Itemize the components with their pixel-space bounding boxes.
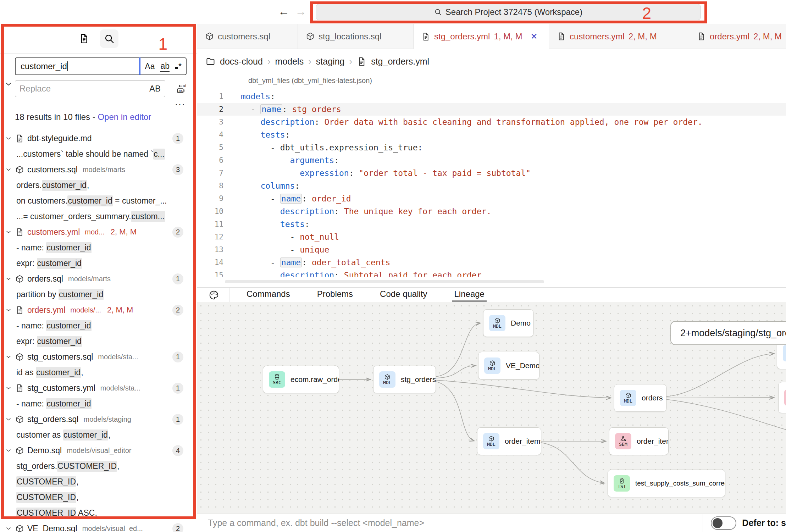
match-result-row[interactable]: ...= customer_orders_summary.custom... <box>0 209 197 224</box>
breadcrumb-part[interactable]: staging <box>316 56 345 67</box>
lineage-node-stg-orders[interactable]: MDL stg_orders <box>373 366 436 393</box>
code-line[interactable]: 4 tests: <box>197 128 786 141</box>
defer-toggle[interactable] <box>711 516 736 530</box>
match-result-row[interactable]: - name: customer_id <box>0 240 197 255</box>
back-arrow-icon[interactable]: ← <box>278 5 289 18</box>
code-line[interactable]: 3 description: Order data with basic cle… <box>197 116 786 128</box>
match-result-row[interactable]: customer as customer_id, <box>0 427 197 443</box>
lineage-node-demo[interactable]: MDL Demo <box>483 309 533 337</box>
file-result-row[interactable]: VE_Demo.sqlmodels/visual_ed...2 <box>0 521 197 532</box>
breadcrumb-part[interactable]: docs-cloud <box>220 56 263 67</box>
command-input[interactable]: Type a command, ex. dbt build --select <… <box>208 518 424 528</box>
find-input[interactable]: customer_id Aa ab * <box>15 57 187 75</box>
match-case-toggle[interactable]: Aa <box>145 62 155 71</box>
code-line[interactable]: 15 description: Subtotal paid for each o… <box>197 269 786 277</box>
lineage-node-ecom-raw-orders[interactable]: SRC ecom.raw_orders <box>263 366 339 393</box>
replace-input[interactable]: Replace AB <box>15 80 165 97</box>
code-line[interactable]: 11 tests: <box>197 218 786 231</box>
code-line[interactable]: 6 arguments: <box>197 154 786 167</box>
chevron-down-icon[interactable] <box>5 353 12 360</box>
code-line[interactable]: 9 - name: order_id <box>197 192 786 205</box>
panel-tab-lineage[interactable]: Lineage <box>452 288 487 302</box>
panel-tab-commands[interactable]: Commands <box>244 288 292 302</box>
match-result-row[interactable]: CUSTOMER_ID ASC, <box>0 505 197 521</box>
lineage-node-orders[interactable]: MDL orders <box>614 384 666 412</box>
database-icon <box>274 374 280 380</box>
match-result-row[interactable]: id as customer_id, <box>0 365 197 380</box>
match-result-row[interactable]: CUSTOMER_ID, <box>0 489 197 505</box>
tab-customers-sql[interactable]: customers.sql <box>197 24 298 49</box>
lineage-node-partial-mid[interactable]: SEM <box>778 382 786 413</box>
match-result-row[interactable]: - name: customer_id <box>0 318 197 333</box>
open-in-editor-link[interactable]: Open in editor <box>98 112 151 122</box>
breadcrumb-part[interactable]: models <box>275 56 304 67</box>
chevron-down-icon[interactable] <box>5 306 12 314</box>
code-line[interactable]: 13 - unique <box>197 243 786 256</box>
search-icon <box>104 33 115 44</box>
match-result-row[interactable]: stg_orders.CUSTOMER_ID, <box>0 458 197 474</box>
more-actions-button[interactable]: ... <box>175 100 185 104</box>
close-tab-icon[interactable]: ✕ <box>530 32 537 41</box>
match-result-row[interactable]: ...customers` table should be named `c..… <box>0 146 197 162</box>
file-result-row[interactable]: stg_customers.sqlmodels/sta...1 <box>0 349 197 365</box>
lineage-node-order-items[interactable]: MDL order_items <box>477 427 541 455</box>
match-result-row[interactable]: orders.customer_id, <box>0 177 197 193</box>
file-result-row[interactable]: Demo.sqlmodels/visual_editor4 <box>0 443 197 458</box>
replace-all-icon[interactable] <box>175 83 186 94</box>
file-result-row[interactable]: stg_customers.ymlmodels/sta...1 <box>0 380 197 396</box>
match-result-row[interactable]: on customers.customer_id = customer_... <box>0 193 197 209</box>
panel-tab-problems[interactable]: Problems <box>315 288 355 302</box>
file-result-row[interactable]: stg_orders.sqlmodels/staging1 <box>0 411 197 427</box>
chevron-down-icon[interactable] <box>5 228 12 235</box>
tab-customers-yml[interactable]: customers.yml2, M, M <box>549 24 689 49</box>
code-line[interactable]: 10 description: The unique key for each … <box>197 205 786 218</box>
match-result-row[interactable]: - name: customer_id <box>0 396 197 411</box>
tab-stg-locations-sql[interactable]: stg_locations.sql <box>298 24 414 49</box>
code-line[interactable]: 14 - name: oder_total_cents <box>197 256 786 269</box>
chevron-down-icon[interactable] <box>5 384 12 392</box>
horizontal-scrollbar[interactable] <box>225 280 544 283</box>
tab-orders-yml[interactable]: orders.yml2, M, M <box>689 24 786 49</box>
match-result-row[interactable]: expr: customer_id <box>0 255 197 271</box>
code-editor[interactable]: 1models: 2 - name: stg_orders 3 descript… <box>197 90 786 277</box>
chevron-down-icon[interactable] <box>5 525 12 532</box>
preserve-case-toggle[interactable]: AB <box>149 84 161 94</box>
breadcrumb-file[interactable]: stg_orders.yml <box>371 56 429 67</box>
lineage-node-order-item[interactable]: SEM order_item <box>609 427 669 455</box>
lineage-node-test-supply-costs[interactable]: TST test_supply_costs_sum_correctly <box>608 470 725 497</box>
toggle-replace-chevron-icon[interactable] <box>4 80 13 88</box>
regex-toggle[interactable]: * <box>175 62 182 71</box>
theme-palette-button[interactable] <box>197 288 229 302</box>
file-result-row[interactable]: dbt-styleguide.md1 <box>0 131 197 146</box>
file-result-row[interactable]: orders.ymlmodels/...2, M, M2 <box>0 302 197 318</box>
match-result-row[interactable]: expr: customer_id <box>0 333 197 349</box>
whole-word-toggle[interactable]: ab <box>160 61 170 72</box>
chevron-down-icon[interactable] <box>5 275 12 282</box>
file-result-row[interactable]: customers.sqlmodels/marts3 <box>0 162 197 177</box>
lineage-node-ve-demo[interactable]: MDL VE_Demo <box>478 352 539 379</box>
code-line[interactable]: 1models: <box>197 90 786 103</box>
match-result-row[interactable]: partition by customer_id <box>0 287 197 302</box>
chevron-down-icon[interactable] <box>5 135 12 142</box>
code-line[interactable]: 8 columns: <box>197 179 786 192</box>
lineage-graph[interactable]: SRC ecom.raw_orders MDL stg_orders MDL D… <box>197 302 786 514</box>
file-result-row[interactable]: orders.sqlmodels/marts1 <box>0 271 197 287</box>
project-search-bar[interactable]: Search Project 372475 (Workspace) <box>316 4 701 20</box>
file-result-row[interactable]: customers.ymlmod...2, M, M2 <box>0 224 197 240</box>
schema-note: dbt_yml_files (dbt_yml_files-latest.json… <box>248 77 786 87</box>
match-result-row[interactable]: CUSTOMER_ID, <box>0 474 197 489</box>
code-line[interactable]: 12 - not_null <box>197 231 786 243</box>
tab-stg-orders-yml[interactable]: stg_orders.yml1, M, M✕ <box>414 24 549 49</box>
chevron-down-icon[interactable] <box>5 166 12 173</box>
chevron-down-icon[interactable] <box>5 447 12 454</box>
code-line[interactable]: 7 expression: "order_total - tax_paid = … <box>197 167 786 179</box>
chevron-down-icon[interactable] <box>5 416 12 423</box>
match-count-badge: 1 <box>172 414 183 425</box>
lineage-selector-box[interactable]: 2+models/staging/stg_orders <box>670 321 786 345</box>
search-view-button[interactable] <box>100 29 118 48</box>
forward-arrow-icon[interactable]: → <box>295 5 306 18</box>
files-view-icon[interactable] <box>79 33 89 44</box>
code-line[interactable]: 5 - dbt_utils.expression_is_true: <box>197 141 786 154</box>
panel-tab-code-quality[interactable]: Code quality <box>378 288 429 302</box>
code-line-active[interactable]: 2 - name: stg_orders <box>197 103 786 116</box>
